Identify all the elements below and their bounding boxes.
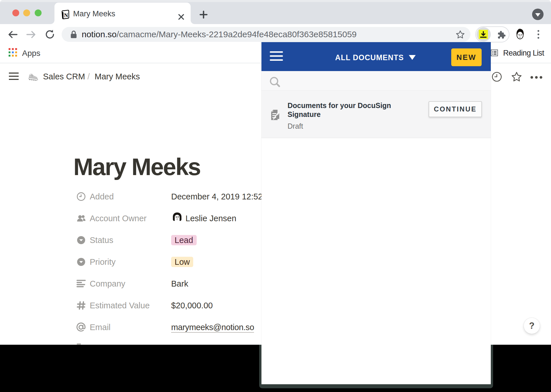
- svg-text:N: N: [64, 12, 68, 18]
